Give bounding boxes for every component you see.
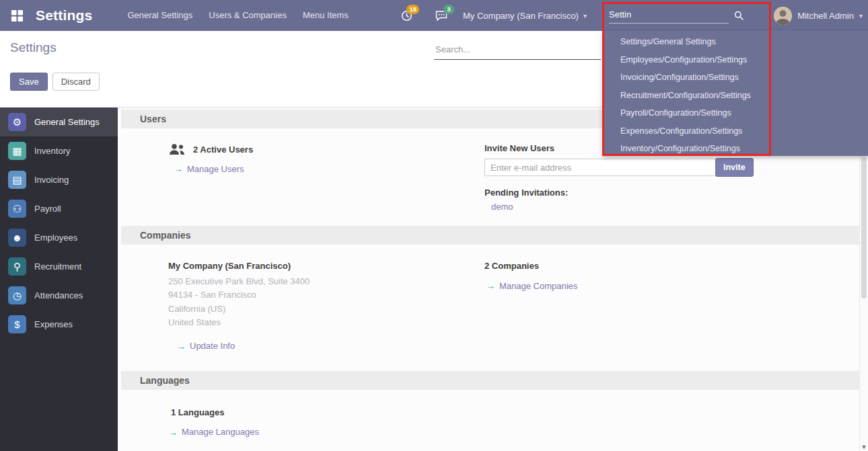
- sidebar-item-label: Inventory: [34, 146, 70, 156]
- user-name: Mitchell Admin: [797, 11, 854, 21]
- company-address-line: California (US): [168, 302, 484, 316]
- nav-item-users-companies[interactable]: Users & Companies: [201, 0, 295, 31]
- companies-left-column: My Company (San Francisco) 250 Executive…: [168, 261, 484, 352]
- manage-users-label: Manage Users: [187, 164, 244, 174]
- invoice-icon: ▤: [8, 171, 26, 189]
- boxes-icon: ▦: [8, 142, 26, 160]
- company-address-line: 250 Executive Park Blvd, Suite 3400: [168, 275, 484, 288]
- app-title[interactable]: Settings: [36, 7, 92, 24]
- search-result-item[interactable]: Expenses/Configuration/Settings: [602, 122, 868, 140]
- users-icon: [168, 143, 186, 155]
- content-scrollbar[interactable]: ▼: [859, 108, 868, 451]
- search-result-item[interactable]: Inventory/Configuration/Settings: [602, 140, 868, 158]
- companies-count: 2 Companies: [484, 261, 846, 271]
- settings-sidebar: ⚙General Settings▦Inventory▤Invoicing⚇Pa…: [0, 108, 118, 451]
- navbar-search-input[interactable]: [609, 8, 729, 24]
- top-menu: General Settings Users & Companies Menu …: [119, 0, 356, 31]
- user-menu[interactable]: Mitchell Admin ▾: [774, 0, 863, 31]
- sidebar-item-label: General Settings: [34, 117, 100, 127]
- odoo-settings-screen: Settings General Settings Users & Compan…: [0, 0, 868, 451]
- companies-section-body: My Company (San Francisco) 250 Executive…: [118, 245, 859, 370]
- languages-section-body: 1 Languages → Manage Languages: [118, 390, 859, 445]
- discard-button[interactable]: Discard: [52, 73, 100, 91]
- activity-badge: 18: [406, 5, 419, 14]
- messages-menu-button[interactable]: 3: [426, 0, 457, 31]
- control-panel-buttons: Save Discard: [10, 73, 100, 91]
- languages-left-column: 1 Languages → Manage Languages: [168, 407, 484, 438]
- sidebar-item-label: Invoicing: [34, 175, 69, 185]
- sidebar-item-inventory[interactable]: ▦Inventory: [0, 136, 118, 165]
- avatar: [774, 7, 792, 25]
- sidebar-item-employees[interactable]: ☻Employees: [0, 223, 118, 252]
- invite-email-input[interactable]: [484, 159, 716, 176]
- users-left-column: 2 Active Users → Manage Users: [168, 143, 484, 212]
- company-name: My Company (San Francisco): [168, 261, 484, 271]
- sidebar-item-label: Recruitment: [34, 261, 81, 272]
- manage-companies-link[interactable]: → Manage Companies: [486, 280, 577, 291]
- manage-languages-label: Manage Languages: [182, 427, 259, 437]
- search-result-item[interactable]: Payroll/Configuration/Settings: [602, 104, 868, 122]
- languages-section-title: Languages: [140, 375, 190, 386]
- save-button[interactable]: Save: [10, 73, 48, 91]
- payroll-icon: ⚇: [8, 200, 26, 218]
- sidebar-item-label: Payroll: [34, 204, 61, 214]
- section-header-languages: Languages: [121, 371, 859, 390]
- sidebar-item-attendances[interactable]: ◷Attendances: [0, 281, 118, 310]
- search-result-item[interactable]: Settings/General Settings: [602, 33, 868, 51]
- gear-icon: ⚙: [8, 113, 26, 131]
- search-results-dropdown: Settings/General SettingsEmployees/Confi…: [602, 31, 868, 156]
- manage-languages-link[interactable]: → Manage Languages: [168, 427, 259, 438]
- apps-grid-icon: [11, 9, 24, 22]
- update-info-label: Update Info: [190, 341, 235, 351]
- company-address: 250 Executive Park Blvd, Suite 340094134…: [168, 275, 484, 330]
- sidebar-item-label: Employees: [34, 233, 77, 243]
- company-switcher-label: My Company (San Francisco): [463, 11, 579, 21]
- arrow-right-icon: →: [486, 280, 495, 291]
- search-result-item[interactable]: Recruitment/Configuration/Settings: [602, 87, 868, 105]
- nav-item-menu-items[interactable]: Menu Items: [295, 0, 357, 31]
- scrollbar-thumb[interactable]: [861, 157, 867, 298]
- invite-button[interactable]: Invite: [715, 158, 754, 177]
- update-info-link[interactable]: → Update Info: [176, 341, 235, 352]
- chevron-down-icon: ▾: [859, 12, 863, 19]
- companies-right-column: 2 Companies → Manage Companies: [484, 261, 846, 352]
- search-icon[interactable]: [734, 11, 744, 20]
- sidebar-item-general-settings[interactable]: ⚙General Settings: [0, 108, 118, 136]
- sidebar-item-label: Attendances: [34, 290, 83, 300]
- active-users-count: 2 Active Users: [193, 145, 253, 155]
- company-switcher[interactable]: My Company (San Francisco) ▾: [463, 0, 587, 31]
- activity-menu-button[interactable]: 18: [391, 0, 422, 31]
- sidebar-item-recruitment[interactable]: ⚲Recruitment: [0, 252, 118, 281]
- content-search-input[interactable]: [434, 42, 601, 60]
- manage-companies-label: Manage Companies: [499, 281, 577, 291]
- messages-badge: 3: [443, 5, 454, 14]
- navbar-search: [609, 0, 752, 31]
- company-address-line: 94134 - San Francisco: [168, 288, 484, 302]
- expenses-icon: $: [8, 315, 26, 333]
- companies-section-title: Companies: [140, 230, 190, 241]
- arrow-right-icon: →: [174, 163, 183, 174]
- top-navbar: Settings General Settings Users & Compan…: [0, 0, 868, 31]
- scroll-down-arrow[interactable]: ▼: [860, 444, 868, 450]
- employees-icon: ☻: [8, 229, 26, 247]
- company-address-line: United States: [168, 316, 484, 329]
- sidebar-item-expenses[interactable]: $Expenses: [0, 310, 118, 339]
- section-header-companies: Companies: [121, 226, 859, 245]
- sidebar-item-label: Expenses: [34, 319, 73, 329]
- manage-users-link[interactable]: → Manage Users: [174, 163, 244, 174]
- pending-user-link[interactable]: demo: [491, 202, 513, 212]
- search-result-item[interactable]: Invoicing/Configuration/Settings: [602, 69, 868, 87]
- sidebar-item-invoicing[interactable]: ▤Invoicing: [0, 165, 118, 194]
- arrow-right-icon: →: [168, 427, 178, 438]
- sidebar-item-payroll[interactable]: ⚇Payroll: [0, 194, 118, 223]
- settings-content: Users 2 Active Users → Manage Users: [118, 108, 859, 451]
- languages-count: 1 Languages: [171, 407, 484, 417]
- search-result-item[interactable]: Employees/Configuration/Settings: [602, 51, 868, 69]
- avatar-image: [774, 7, 792, 25]
- content-search: [434, 42, 601, 60]
- apps-menu-button[interactable]: [9, 7, 25, 24]
- nav-item-general-settings[interactable]: General Settings: [119, 0, 201, 31]
- chevron-down-icon: ▾: [583, 12, 587, 19]
- recruitment-icon: ⚲: [8, 257, 26, 276]
- pending-invitations-label: Pending Invitations:: [484, 188, 846, 198]
